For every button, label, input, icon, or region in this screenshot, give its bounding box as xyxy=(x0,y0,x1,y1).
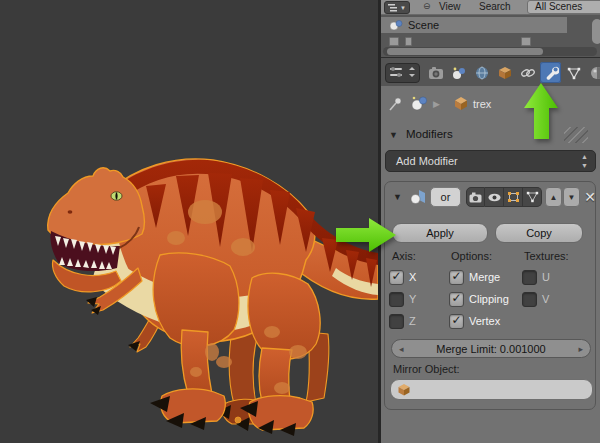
properties-icon xyxy=(386,64,417,80)
checkbox-texture-v[interactable]: V xyxy=(522,292,549,306)
scene-balls-icon xyxy=(451,66,467,80)
modifier-expand-icon[interactable]: ▼ xyxy=(393,192,402,202)
checkbox-label: V xyxy=(542,293,549,305)
checkbox-icon xyxy=(449,270,464,285)
checkbox-icon xyxy=(449,314,464,329)
tab-world[interactable] xyxy=(471,62,492,83)
checkbox-icon xyxy=(449,292,464,307)
checkbox-label: X xyxy=(409,271,416,283)
checkbox-icon xyxy=(389,292,404,307)
on-cage-icon xyxy=(526,191,539,203)
toggle-viewport-visibility[interactable] xyxy=(485,187,504,207)
cube-icon xyxy=(397,383,411,396)
properties-editor-type-button[interactable] xyxy=(385,63,420,83)
menu-search[interactable]: Search xyxy=(479,1,511,12)
checkbox-axis-x[interactable]: X xyxy=(389,270,416,284)
outliner-editor-type-button[interactable]: ▼ xyxy=(384,1,410,14)
pin-icon xyxy=(388,96,404,112)
modifier-display-toggles xyxy=(466,187,542,207)
eye-icon xyxy=(488,193,501,202)
breadcrumb-object-name: trex xyxy=(473,98,491,110)
checkbox-clipping[interactable]: Clipping xyxy=(449,292,509,306)
editmode-icon xyxy=(507,191,520,203)
checkbox-label: Merge xyxy=(469,271,500,283)
apply-button[interactable]: Apply xyxy=(392,223,488,243)
textures-column-header: Textures: xyxy=(524,250,569,262)
slider-left-arrow-icon[interactable]: ◂ xyxy=(399,340,404,358)
checkbox-icon xyxy=(522,270,537,285)
toggle-render-visibility[interactable] xyxy=(466,187,485,207)
checkbox-axis-z[interactable]: Z xyxy=(389,314,416,328)
outliner-hscrollbar-thumb[interactable] xyxy=(387,48,543,55)
tab-material[interactable] xyxy=(586,62,600,83)
checkbox-label: Z xyxy=(409,315,416,327)
trex-far-leg xyxy=(229,330,258,404)
dropdown-arrows-icon: ▲▼ xyxy=(581,152,588,170)
slider-right-arrow-icon[interactable]: ▸ xyxy=(578,340,583,358)
checkbox-merge[interactable]: Merge xyxy=(449,270,500,284)
annotation-arrow-up xyxy=(515,75,570,150)
object-data-icon xyxy=(410,95,428,112)
checkbox-label: U xyxy=(542,271,550,283)
modifier-delete-button[interactable]: ✕ xyxy=(581,187,599,207)
camera-icon xyxy=(469,192,482,203)
cube-icon xyxy=(497,66,513,80)
checkbox-icon xyxy=(389,314,404,329)
checkbox-axis-y[interactable]: Y xyxy=(389,292,416,306)
outliner-icon xyxy=(388,4,398,12)
camera-icon xyxy=(428,66,444,80)
mirror-modifier-icon xyxy=(409,188,428,206)
checkbox-vertex[interactable]: Vertex xyxy=(449,314,500,328)
trex-model[interactable] xyxy=(0,0,380,443)
checkbox-icon xyxy=(389,270,404,285)
mirror-modifier-box: ▼ or xyxy=(384,181,596,410)
mirror-object-field[interactable] xyxy=(390,379,593,400)
trex-nostril xyxy=(68,210,73,213)
toggle-editmode-display[interactable] xyxy=(504,187,523,207)
checkbox-label: Clipping xyxy=(469,293,509,305)
scene-icon xyxy=(389,19,403,31)
tree-child-icon xyxy=(389,37,399,46)
toggle-on-cage[interactable] xyxy=(523,187,542,207)
panel-title: Modifiers xyxy=(406,128,453,140)
checkbox-icon xyxy=(522,292,537,307)
copy-button[interactable]: Copy xyxy=(495,223,583,243)
ghost-minus-icon: ⊖ xyxy=(423,1,431,11)
blender-window: ▼ ⊖ View Search All Scenes Scene xyxy=(0,0,600,443)
checkbox-texture-u[interactable]: U xyxy=(522,270,550,284)
tab-scene[interactable] xyxy=(448,62,469,83)
tab-render[interactable] xyxy=(425,62,446,83)
tree-child-icon xyxy=(405,37,412,46)
modifier-move-down-button[interactable]: ▼ xyxy=(563,187,580,207)
outliner-vscrollbar-thumb[interactable] xyxy=(592,19,600,44)
merge-limit-slider[interactable]: ◂ Merge Limit: 0.001000 ▸ xyxy=(391,339,591,358)
modifier-name-field[interactable]: or xyxy=(430,187,461,207)
panel-expand-icon: ▼ xyxy=(389,130,398,140)
outliner-tree: Scene xyxy=(381,15,600,57)
annotation-arrow-right xyxy=(330,210,405,260)
tree-row-scene[interactable]: Scene xyxy=(381,17,567,33)
right-column: ▼ ⊖ View Search All Scenes Scene xyxy=(381,0,600,443)
all-scenes-dropdown[interactable]: All Scenes xyxy=(527,0,600,14)
add-modifier-dropdown[interactable]: Add Modifier ▲▼ xyxy=(385,150,596,172)
mirror-object-label: Mirror Object: xyxy=(393,363,460,375)
world-icon xyxy=(474,66,490,80)
merge-limit-value: Merge Limit: 0.001000 xyxy=(436,343,545,355)
add-modifier-label: Add Modifier xyxy=(396,155,458,167)
options-column-header: Options: xyxy=(451,250,492,262)
viewport-3d[interactable] xyxy=(0,0,380,443)
chevron-down-icon: ▼ xyxy=(400,5,406,11)
modifier-move-up-button[interactable]: ▲ xyxy=(545,187,562,207)
checkbox-label: Vertex xyxy=(469,315,500,327)
tree-child-icon xyxy=(521,37,531,46)
menu-view[interactable]: View xyxy=(439,1,461,12)
tree-row-label: Scene xyxy=(408,19,439,31)
checkbox-label: Y xyxy=(409,293,416,305)
breadcrumb-arrow-icon: ▶ xyxy=(433,99,440,109)
outliner-header: ▼ ⊖ View Search All Scenes xyxy=(381,0,600,15)
trex-cube-icon xyxy=(453,96,469,111)
material-sphere-icon xyxy=(589,66,600,80)
tab-object[interactable] xyxy=(494,62,515,83)
